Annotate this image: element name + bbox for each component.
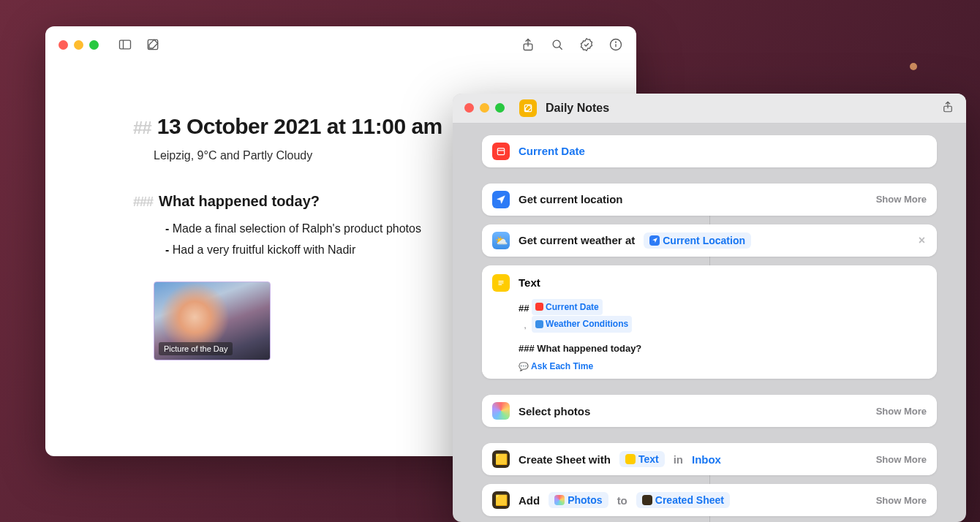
note-title: 13 October 2021 at 11:00 am — [157, 114, 442, 139]
photos-variable-token[interactable]: Photos — [549, 492, 608, 508]
embedded-image[interactable]: Picture of the Day — [154, 281, 271, 360]
action-connector — [709, 216, 710, 224]
shortcut-app-icon — [519, 99, 537, 117]
search-icon[interactable] — [550, 37, 565, 52]
calendar-icon — [535, 303, 543, 311]
share-icon[interactable] — [521, 37, 535, 52]
minimize-window-button[interactable] — [74, 40, 83, 50]
heading3-text: ### What happened today? — [519, 343, 641, 354]
compose-icon[interactable] — [146, 37, 160, 52]
sidebar-toggle-icon[interactable] — [118, 37, 132, 52]
close-window-button[interactable] — [464, 103, 474, 113]
action-text[interactable]: Text ## Current Date , Weather Condition… — [482, 265, 937, 379]
current-location-variable-token[interactable]: Current Location — [644, 232, 751, 249]
text-template-body[interactable]: ## Current Date , Weather Conditions ###… — [519, 299, 927, 358]
bear-app-icon: 🟨 — [492, 491, 510, 509]
action-add-photos[interactable]: 🟨 Add Photos to Created Sheet Show More — [482, 484, 937, 516]
shortcut-actions-list: Current Date Get current location Show M… — [453, 124, 966, 522]
share-icon[interactable] — [941, 100, 954, 116]
svg-line-5 — [559, 47, 562, 50]
minimize-window-button[interactable] — [480, 103, 489, 113]
text-icon — [492, 274, 510, 292]
action-create-sheet[interactable]: 🟨 Create Sheet with Text in Inbox Show M… — [482, 443, 937, 475]
image-caption: Picture of the Day — [159, 342, 233, 355]
notes-titlebar — [45, 26, 636, 63]
text-variable-token[interactable]: Text — [619, 451, 665, 467]
current-date-token[interactable]: Current Date — [519, 145, 585, 157]
action-label: Create Sheet with — [519, 453, 611, 466]
show-more-button[interactable]: Show More — [876, 406, 927, 417]
current-date-variable-token[interactable]: Current Date — [532, 299, 603, 315]
action-connector — [709, 516, 710, 522]
photos-icon — [492, 402, 510, 420]
inbox-destination[interactable]: Inbox — [692, 453, 721, 466]
section-heading: What happened today? — [159, 193, 320, 210]
location-arrow-icon — [649, 235, 660, 246]
weather-icon — [535, 320, 543, 328]
calendar-icon — [492, 143, 510, 160]
text-icon — [625, 454, 636, 464]
action-get-location[interactable]: Get current location Show More — [482, 184, 937, 216]
show-more-button[interactable]: Show More — [876, 495, 927, 506]
heading3-markdown-marker: ### — [133, 194, 153, 210]
created-sheet-variable-token[interactable]: Created Sheet — [636, 492, 730, 508]
close-window-button[interactable] — [59, 40, 68, 50]
action-label: Get current weather at — [519, 234, 635, 246]
action-label: Select photos — [519, 405, 590, 417]
zoom-window-button[interactable] — [89, 40, 99, 50]
action-label: Text — [519, 276, 540, 289]
show-more-button[interactable]: Show More — [876, 194, 927, 205]
bear-app-icon: 🟨 — [492, 450, 510, 468]
action-connector — [709, 257, 710, 265]
shortcuts-window: Daily Notes Current Date Get current loc… — [453, 94, 966, 522]
weather-variable-token[interactable]: Weather Conditions — [532, 316, 632, 332]
remove-action-button[interactable]: × — [917, 234, 927, 247]
action-label: Add — [519, 494, 540, 507]
action-get-weather[interactable]: ⛅ Get current weather at Current Locatio… — [482, 224, 937, 257]
show-more-button[interactable]: Show More — [876, 454, 927, 465]
traffic-lights — [59, 40, 99, 50]
svg-rect-11 — [497, 148, 504, 155]
svg-point-4 — [553, 40, 560, 48]
traffic-lights — [464, 103, 505, 113]
action-current-date[interactable]: Current Date — [482, 135, 937, 167]
shortcuts-titlebar: Daily Notes — [453, 94, 966, 124]
ask-each-time-token[interactable]: Ask Each Time — [519, 361, 593, 371]
zoom-window-button[interactable] — [495, 103, 505, 113]
shortcut-title: Daily Notes — [546, 102, 609, 115]
heading2-markdown-marker: ## — [133, 118, 151, 138]
action-select-photos[interactable]: Select photos Show More — [482, 395, 937, 427]
svg-point-8 — [616, 42, 617, 42]
location-arrow-icon — [492, 191, 510, 208]
background-accent-dot — [910, 63, 917, 70]
photos-icon — [554, 495, 565, 505]
action-connector — [709, 475, 710, 484]
bear-app-icon — [642, 495, 652, 505]
info-icon[interactable] — [608, 37, 623, 52]
action-label: Get current location — [519, 193, 623, 205]
checkmark-seal-icon[interactable] — [579, 37, 594, 52]
svg-rect-0 — [120, 40, 131, 49]
weather-icon: ⛅ — [492, 232, 510, 249]
